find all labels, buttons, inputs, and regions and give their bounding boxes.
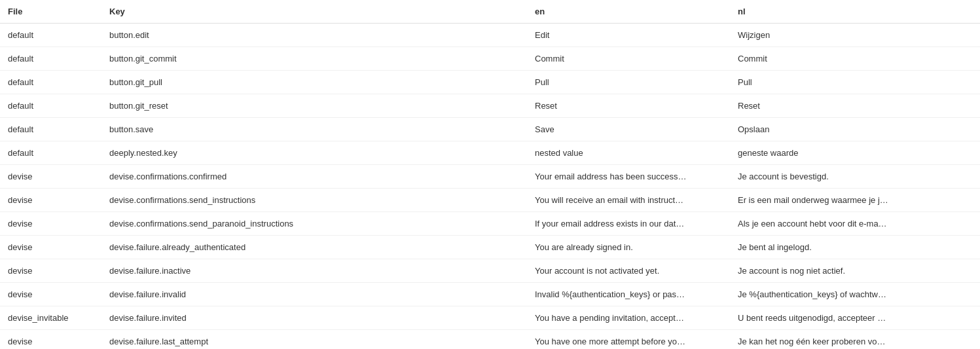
cell-en: Your email address has been success… — [527, 165, 730, 189]
cell-key: devise.confirmations.confirmed — [101, 165, 527, 189]
table-row[interactable]: devisedevise.confirmations.send_instruct… — [0, 189, 980, 212]
cell-key: button.git_commit — [101, 47, 527, 71]
cell-file: default — [0, 47, 101, 71]
cell-key: devise.failure.last_attempt — [101, 330, 527, 350]
table-row[interactable]: devisedevise.confirmations.confirmedYour… — [0, 165, 980, 189]
cell-en: If your email address exists in our dat… — [527, 212, 730, 236]
table-row[interactable]: defaultbutton.editEditWijzigen — [0, 24, 980, 47]
cell-file: devise — [0, 212, 101, 236]
cell-nl: Commit — [730, 47, 980, 71]
cell-key: button.git_reset — [101, 94, 527, 118]
cell-en: You have a pending invitation, accept… — [527, 306, 730, 330]
cell-file: devise — [0, 330, 101, 350]
cell-en: Pull — [527, 71, 730, 94]
column-header-file: File — [0, 0, 101, 24]
cell-en: Your account is not activated yet. — [527, 259, 730, 283]
cell-en: Edit — [527, 24, 730, 47]
cell-file: devise — [0, 259, 101, 283]
cell-file: default — [0, 141, 101, 165]
cell-en: Reset — [527, 94, 730, 118]
cell-nl: geneste waarde — [730, 141, 980, 165]
table-row[interactable]: devisedevise.failure.inactiveYour accoun… — [0, 259, 980, 283]
cell-nl: Opslaan — [730, 118, 980, 141]
cell-nl: U bent reeds uitgenodigd, accepteer … — [730, 306, 980, 330]
cell-key: devise.failure.invited — [101, 306, 527, 330]
column-header-key: Key — [101, 0, 527, 24]
column-header-en: en — [527, 0, 730, 24]
cell-file: default — [0, 118, 101, 141]
table-row[interactable]: defaultbutton.saveSaveOpslaan — [0, 118, 980, 141]
cell-key: button.save — [101, 118, 527, 141]
cell-key: devise.failure.already_authenticated — [101, 236, 527, 259]
cell-file: devise — [0, 165, 101, 189]
cell-file: default — [0, 71, 101, 94]
cell-en: You have one more attempt before yo… — [527, 330, 730, 350]
cell-nl: Reset — [730, 94, 980, 118]
table-row[interactable]: devise_invitabledevise.failure.invitedYo… — [0, 306, 980, 330]
cell-key: devise.failure.inactive — [101, 259, 527, 283]
cell-nl: Je kan het nog één keer proberen vo… — [730, 330, 980, 350]
cell-en: You are already signed in. — [527, 236, 730, 259]
cell-key: devise.confirmations.send_paranoid_instr… — [101, 212, 527, 236]
cell-en: Invalid %{authentication_keys} or pas… — [527, 283, 730, 306]
cell-file: devise — [0, 189, 101, 212]
translation-table: File Key en nl defaultbutton.editEditWij… — [0, 0, 980, 349]
table-row[interactable]: defaultbutton.git_resetResetReset — [0, 94, 980, 118]
cell-nl: Je %{authentication_keys} of wachtw… — [730, 283, 980, 306]
cell-en: You will receive an email with instruct… — [527, 189, 730, 212]
table-row[interactable]: devisedevise.confirmations.send_paranoid… — [0, 212, 980, 236]
cell-file: devise — [0, 283, 101, 306]
cell-nl: Wijzigen — [730, 24, 980, 47]
cell-key: deeply.nested.key — [101, 141, 527, 165]
table-row[interactable]: devisedevise.failure.invalidInvalid %{au… — [0, 283, 980, 306]
table-header-row: File Key en nl — [0, 0, 980, 24]
cell-nl: Je account is bevestigd. — [730, 165, 980, 189]
table-row[interactable]: defaultbutton.git_commitCommitCommit — [0, 47, 980, 71]
cell-file: devise_invitable — [0, 306, 101, 330]
cell-en: nested value — [527, 141, 730, 165]
cell-key: devise.failure.invalid — [101, 283, 527, 306]
table-row[interactable]: defaultbutton.git_pullPullPull — [0, 71, 980, 94]
cell-key: button.edit — [101, 24, 527, 47]
cell-nl: Als je een account hebt voor dit e-ma… — [730, 212, 980, 236]
cell-nl: Je account is nog niet actief. — [730, 259, 980, 283]
table-row[interactable]: devisedevise.failure.last_attemptYou hav… — [0, 330, 980, 350]
table-row[interactable]: defaultdeeply.nested.keynested valuegene… — [0, 141, 980, 165]
cell-key: devise.confirmations.send_instructions — [101, 189, 527, 212]
cell-key: button.git_pull — [101, 71, 527, 94]
cell-nl: Je bent al ingelogd. — [730, 236, 980, 259]
cell-file: devise — [0, 236, 101, 259]
cell-en: Save — [527, 118, 730, 141]
cell-file: default — [0, 24, 101, 47]
cell-en: Commit — [527, 47, 730, 71]
cell-file: default — [0, 94, 101, 118]
column-header-nl: nl — [730, 0, 980, 24]
cell-nl: Pull — [730, 71, 980, 94]
table-row[interactable]: devisedevise.failure.already_authenticat… — [0, 236, 980, 259]
cell-nl: Er is een mail onderweg waarmee je j… — [730, 189, 980, 212]
